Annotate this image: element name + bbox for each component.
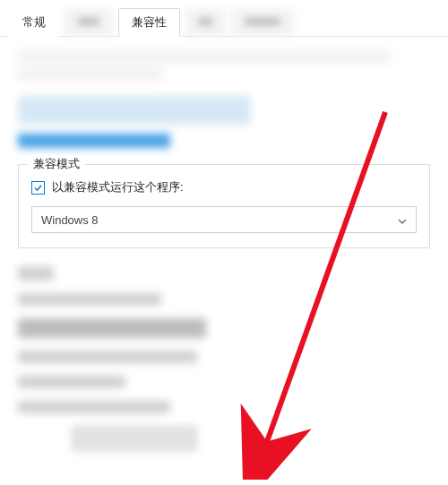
tab-blurred-3[interactable]: ■■■■■ bbox=[231, 8, 293, 37]
compat-mode-group: 兼容模式 以兼容模式运行这个程序: Windows 8 bbox=[18, 164, 430, 248]
compat-mode-group-title: 兼容模式 bbox=[28, 156, 85, 172]
blurred-option-1[interactable] bbox=[18, 293, 161, 306]
blurred-option-5[interactable] bbox=[18, 401, 170, 413]
compat-mode-checkbox-label: 以兼容模式运行这个程序: bbox=[52, 179, 184, 195]
blurred-option-3[interactable] bbox=[18, 351, 197, 363]
check-icon bbox=[34, 184, 42, 192]
troubleshooter-button-blurred[interactable] bbox=[18, 96, 251, 125]
tab-blurred-2[interactable]: ■■ bbox=[185, 8, 227, 37]
compat-mode-select-value: Windows 8 bbox=[41, 213, 99, 227]
blurred-option-4[interactable] bbox=[18, 376, 125, 388]
tab-compatibility[interactable]: 兼容性 bbox=[118, 8, 180, 37]
tab-blurred-1[interactable]: ■■■ bbox=[65, 8, 113, 37]
settings-group-blurred bbox=[18, 263, 430, 451]
properties-dialog: 常规 ■■■ 兼容性 ■■ ■■■■■ 兼容模式 以兼容模式运行这个程序: bbox=[0, 0, 448, 485]
compat-mode-checkbox[interactable] bbox=[31, 181, 45, 195]
blurred-option-2[interactable] bbox=[18, 318, 206, 338]
chevron-down-icon bbox=[398, 215, 407, 224]
compat-mode-select[interactable]: Windows 8 bbox=[31, 206, 417, 233]
tab-general[interactable]: 常规 bbox=[9, 8, 59, 37]
intro-text-blurred bbox=[18, 49, 430, 91]
blurred-button[interactable] bbox=[72, 426, 197, 451]
compat-mode-checkbox-row[interactable]: 以兼容模式运行这个程序: bbox=[31, 179, 417, 195]
tab-bar: 常规 ■■■ 兼容性 ■■ ■■■■■ bbox=[0, 0, 448, 37]
blurred-heading bbox=[18, 266, 54, 281]
help-link-blurred[interactable] bbox=[18, 134, 170, 148]
tab-content: 兼容模式 以兼容模式运行这个程序: Windows 8 bbox=[0, 37, 448, 463]
